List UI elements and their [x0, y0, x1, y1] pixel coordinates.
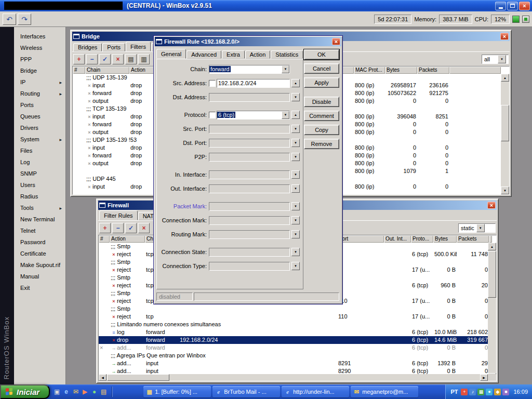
volume-icon[interactable]: ♪ [469, 389, 476, 395]
sidebar-item-users[interactable]: Users [14, 179, 65, 191]
sidebar-item-bridge[interactable]: Bridge [14, 65, 65, 76]
messenger-icon[interactable]: ● [486, 389, 493, 395]
dialog-tab-advanced[interactable]: Advanced [187, 50, 221, 59]
firewall-comment-row[interactable]: ;;; Smtp [99, 305, 488, 313]
task-meganetpro-m[interactable]: ✉meganetpro@m... [351, 386, 418, 397]
bridge-tab-ports[interactable]: Ports [102, 43, 125, 51]
column-header-packets[interactable]: Packets [417, 66, 449, 74]
bridge-counters-button[interactable]: ▥ [138, 54, 150, 64]
disable-button[interactable]: Disable [304, 97, 339, 107]
firewall-rule-row[interactable]: ×→add...forward6 (tcp)0 B0 [99, 344, 488, 352]
field-src-address[interactable]: 192.168.2.0/24 [217, 79, 290, 88]
task-brturbo-mail[interactable]: eBrTurbo Mail - ... [212, 386, 280, 397]
dialog-tab-statistics[interactable]: Statistics [271, 50, 303, 59]
sidebar-item-interfaces[interactable]: Interfaces [14, 31, 65, 42]
show-desktop-icon[interactable]: ▣ [53, 388, 61, 396]
scheduler-icon[interactable]: ◆ [494, 389, 501, 395]
field-chain[interactable]: forward▼ [209, 65, 290, 74]
language-indicator[interactable]: PT [449, 388, 459, 395]
bridge-add-button[interactable]: + [73, 54, 85, 64]
field-packet-mark[interactable] [209, 202, 290, 211]
sidebar-item-make-supout-rif[interactable]: Make Supout.rif [14, 259, 65, 271]
expander-down-button[interactable]: ▼ [291, 262, 300, 270]
cancel-button[interactable]: Cancel [304, 63, 339, 74]
dialog-tab-extra[interactable]: Extra [222, 50, 245, 59]
scroll-left-icon[interactable]: ◀ [99, 374, 107, 381]
antivirus-icon[interactable]: + [461, 389, 468, 395]
dialog-titlebar[interactable]: Firewall Rule <192.168.2.0/> × [155, 37, 341, 46]
field-p2p[interactable] [209, 153, 290, 162]
taskbar-clock[interactable]: 16:09 [513, 389, 528, 395]
restore-button[interactable] [507, 2, 518, 10]
field-connection-type[interactable] [209, 262, 290, 271]
ok-button[interactable]: OK [304, 49, 339, 60]
bridge-close-button[interactable]: × [500, 33, 509, 40]
sidebar-item-log[interactable]: Log [14, 156, 65, 168]
not-checkbox[interactable] [209, 112, 216, 118]
column-header-packets[interactable]: Packets [457, 235, 489, 243]
dropdown-arrow-icon[interactable]: ▼ [282, 65, 289, 73]
field-connection-mark[interactable] [209, 216, 290, 225]
apply-button[interactable]: Apply [304, 77, 339, 88]
sidebar-item-tools[interactable]: Tools▶ [14, 202, 65, 214]
app-titlebar[interactable]: (CENTRAL) - WinBox v2.9.51 × [0, 0, 532, 11]
comment-button[interactable]: Comment [304, 111, 339, 121]
sidebar-item-drivers[interactable]: Drivers [14, 122, 65, 134]
sidebar-item-exit[interactable]: Exit [14, 282, 65, 294]
field-out-interface[interactable] [209, 184, 290, 193]
sidebar-item-new-terminal[interactable]: New Terminal [14, 214, 65, 225]
display-icon[interactable]: ■ [502, 389, 509, 395]
expander-down-button[interactable]: ▼ [291, 125, 300, 133]
expander-up-button[interactable]: ▲ [291, 111, 300, 119]
bridge-tab-bridges[interactable]: Bridges [73, 43, 102, 51]
expander-down-button[interactable]: ▼ [291, 139, 300, 147]
task-1-buffer-0[interactable]: ▦1. [Buffer: 0%] ... [143, 386, 211, 397]
start-button[interactable]: Iniciar [0, 384, 50, 399]
firewall-vertical-scrollbar[interactable]: ▲ ▼ [488, 243, 496, 381]
field-protocol[interactable]: 6 (tcp)▼ [217, 111, 290, 119]
folder-icon[interactable]: ▤ [100, 388, 108, 396]
scroll-right-icon[interactable]: ▶ [480, 374, 488, 381]
firewall-rule-row[interactable]: →add...input82906 (tcp)0 B0 [99, 367, 488, 374]
firewall-add-button[interactable]: + [99, 223, 111, 233]
expander-down-button[interactable]: ▼ [291, 153, 300, 161]
scroll-up-icon[interactable]: ▲ [488, 243, 496, 250]
sidebar-item-ppp[interactable]: PPP [14, 54, 65, 65]
remove-button[interactable]: Remove [304, 139, 339, 149]
column-header-port[interactable]: Port [337, 235, 384, 243]
close-button[interactable]: × [519, 2, 530, 10]
column-header-mac-protocol[interactable]: MAC Prot... [354, 66, 385, 74]
network-icon[interactable]: ▦ [477, 389, 484, 395]
column-header-bytes[interactable]: Bytes [385, 66, 417, 74]
firewall-disable-button[interactable]: × [138, 223, 150, 233]
dialog-close-button[interactable]: × [332, 38, 340, 45]
field-dst-port[interactable] [209, 139, 290, 148]
column-header-num[interactable]: # [99, 235, 110, 243]
bridge-enable-button[interactable]: ✓ [99, 54, 111, 64]
column-header-num[interactable]: # [73, 66, 85, 74]
bridge-comment-button[interactable]: ▤ [125, 54, 137, 64]
field-connection-state[interactable] [209, 248, 290, 257]
expander-down-button[interactable]: ▼ [291, 216, 300, 224]
firewall-enable-button[interactable]: ✓ [125, 223, 137, 233]
bridge-tab-filters[interactable]: Filters [126, 42, 151, 51]
scroll-down-icon[interactable]: ▼ [501, 187, 509, 194]
expander-down-button[interactable]: ▼ [291, 230, 300, 238]
firewall-close-button[interactable]: × [487, 202, 496, 209]
sidebar-item-routing[interactable]: Routing▶ [14, 88, 65, 99]
bridge-remove-button[interactable]: − [86, 54, 98, 64]
expander-down-button[interactable]: ▼ [291, 202, 300, 210]
internet-explorer-icon[interactable]: e [62, 388, 70, 396]
bridge-view-filter-combo[interactable]: all ▼ [482, 55, 509, 64]
dropdown-arrow-icon[interactable]: ▼ [282, 111, 289, 119]
expander-down-button[interactable]: ▼ [291, 93, 300, 101]
task-http-under-lin[interactable]: ehttp://under-lin... [282, 386, 349, 397]
sidebar-item-password[interactable]: Password [14, 236, 65, 248]
sidebar-item-manual[interactable]: Manual [14, 271, 65, 282]
column-header-bytes[interactable]: Bytes [433, 235, 457, 243]
firewall-comment-row[interactable]: ;;; Limitando numero conexoes simultanea… [99, 321, 488, 328]
scroll-up-icon[interactable]: ▲ [501, 74, 509, 82]
outlook-icon[interactable]: ✉ [72, 388, 79, 396]
field-in-interface[interactable] [209, 170, 290, 179]
dialog-tab-general[interactable]: General [156, 49, 186, 59]
